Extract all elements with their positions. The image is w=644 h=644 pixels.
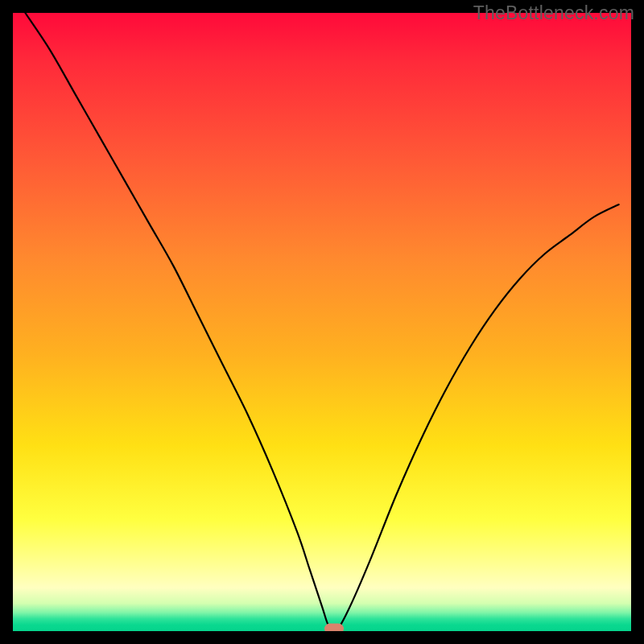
minimum-marker [324,624,344,632]
plot-area [13,13,631,631]
bottleneck-curve [13,13,631,631]
watermark-text: TheBottleneck.com [473,2,634,24]
chart-container: TheBottleneck.com [0,0,644,644]
